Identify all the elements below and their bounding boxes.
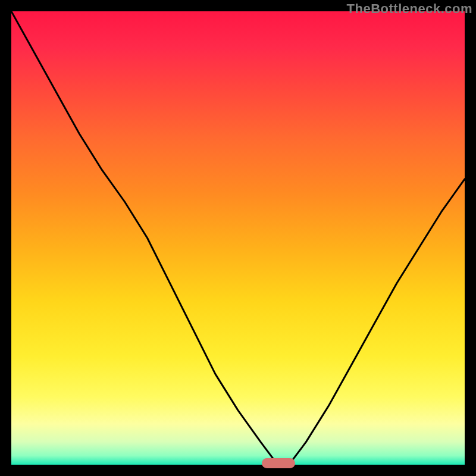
chart-frame: TheBottleneck.com xyxy=(0,0,476,476)
curve-svg xyxy=(11,11,465,465)
watermark-text: TheBottleneck.com xyxy=(347,1,472,17)
bottleneck-curve-path xyxy=(11,11,465,465)
optimum-marker xyxy=(262,458,295,468)
